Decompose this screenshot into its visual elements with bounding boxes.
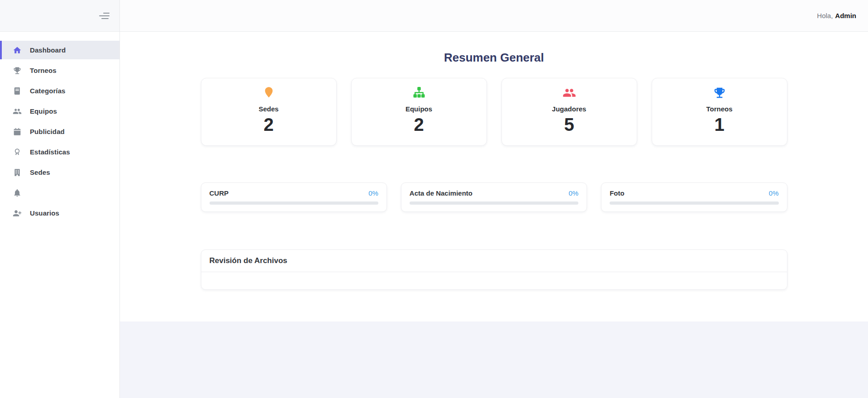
progress-bar — [410, 201, 578, 205]
progress-label: Acta de Nacimiento — [410, 189, 472, 197]
top-bar: Hola,Admin — [120, 0, 868, 32]
stat-card-sedes: Sedes 2 — [201, 78, 337, 146]
files-review-section: Revisión de Archivos — [201, 249, 787, 290]
hamburger-menu-icon[interactable] — [99, 13, 110, 19]
stat-label: Torneos — [652, 105, 787, 113]
stat-card-jugadores: Jugadores 5 — [501, 78, 637, 146]
trophy-icon — [13, 66, 22, 75]
sidebar-item-dashboard[interactable]: Dashboard — [0, 41, 119, 59]
greeting-username: Admin — [835, 12, 856, 19]
sidebar-item-label: Dashboard — [30, 46, 66, 54]
progress-percent: 0% — [368, 189, 378, 197]
sidebar-item-notifications[interactable] — [0, 183, 119, 202]
page-title: Resumen General — [201, 32, 787, 65]
greeting-prefix: Hola, — [817, 12, 833, 19]
home-icon — [13, 46, 22, 55]
stat-value: 2 — [201, 114, 336, 135]
user-greeting: Hola,Admin — [817, 12, 856, 19]
progress-percent: 0% — [568, 189, 578, 197]
progress-card-foto: Foto 0% — [601, 182, 787, 212]
sidebar-item-publicidad[interactable]: Publicidad — [0, 122, 119, 141]
progress-card-acta: Acta de Nacimiento 0% — [401, 182, 587, 212]
stat-value: 5 — [502, 114, 637, 135]
sidebar-item-estadisticas[interactable]: Estadísticas — [0, 143, 119, 161]
sidebar-item-torneos[interactable]: Torneos — [0, 61, 119, 80]
sidebar-item-label: Torneos — [30, 67, 57, 74]
calendar-icon — [13, 127, 22, 136]
book-icon — [13, 86, 22, 96]
progress-label: Foto — [610, 189, 624, 197]
files-review-title: Revisión de Archivos — [201, 250, 787, 272]
sidebar-item-label: Estadísticas — [30, 148, 70, 156]
progress-card-curp: CURP 0% — [201, 182, 387, 212]
progress-label: CURP — [210, 189, 229, 197]
stat-value: 1 — [652, 114, 787, 135]
stats-grid: Sedes 2 Equipos 2 Jugadores 5 — [201, 78, 787, 146]
sidebar-nav: Dashboard Torneos Categorías Equipos — [0, 32, 119, 222]
person-add-icon — [13, 209, 22, 218]
stat-card-torneos: Torneos 1 — [652, 78, 787, 146]
sidebar-item-label: Usuarios — [30, 209, 59, 217]
sidebar-header — [0, 0, 119, 32]
files-review-body — [201, 272, 787, 289]
progress-bar — [610, 201, 778, 205]
map-pin-icon — [262, 86, 276, 100]
progress-percent: 0% — [769, 189, 779, 197]
progress-bar — [210, 201, 378, 205]
main-content: Resumen General Sedes 2 Equipos 2 — [120, 32, 868, 321]
sidebar-item-label: Publicidad — [30, 128, 65, 135]
trophy-icon — [713, 86, 726, 100]
sidebar-item-equipos[interactable]: Equipos — [0, 102, 119, 120]
people-group-icon — [563, 86, 576, 100]
sidebar-item-label: Equipos — [30, 107, 57, 115]
stat-label: Jugadores — [502, 105, 637, 113]
sitemap-icon — [412, 86, 426, 100]
people-icon — [13, 107, 22, 116]
award-icon — [13, 148, 22, 157]
stat-card-equipos: Equipos 2 — [351, 78, 487, 146]
stat-label: Equipos — [352, 105, 486, 113]
sidebar-item-label: Sedes — [30, 168, 50, 176]
sidebar-item-categorias[interactable]: Categorías — [0, 82, 119, 100]
stat-value: 2 — [352, 114, 486, 135]
stat-label: Sedes — [201, 105, 336, 113]
sidebar-item-usuarios[interactable]: Usuarios — [0, 204, 119, 222]
admin-dashboard-page: Hola,Admin Dashboard Torneos — [0, 0, 868, 398]
building-icon — [13, 168, 22, 177]
sidebar-item-label: Categorías — [30, 87, 66, 95]
sidebar: Dashboard Torneos Categorías Equipos — [0, 0, 120, 398]
progress-grid: CURP 0% Acta de Nacimiento 0% — [201, 182, 787, 212]
bell-icon — [13, 188, 22, 197]
sidebar-item-sedes[interactable]: Sedes — [0, 163, 119, 182]
